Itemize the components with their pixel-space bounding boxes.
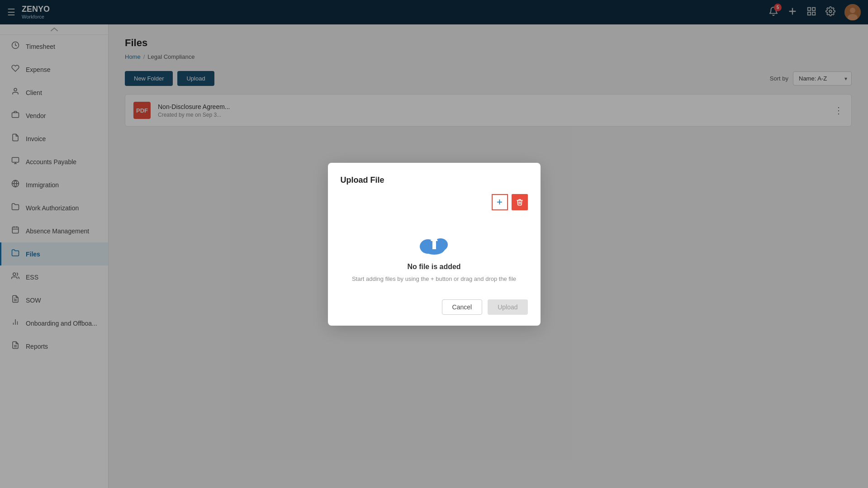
upload-cloud-icon [418,229,451,256]
modal-overlay: Upload File + No file is added Start add… [0,0,868,488]
upload-modal: Upload File + No file is added Start add… [328,163,541,326]
delete-file-button[interactable] [512,194,528,210]
upload-hint: Start adding files by using the + button… [352,275,516,282]
modal-upload-button[interactable]: Upload [488,299,527,315]
add-file-button[interactable]: + [492,194,508,210]
modal-footer: Cancel Upload [341,299,528,315]
upload-drop-area[interactable]: No file is added Start adding files by u… [341,216,528,296]
modal-title: Upload File [341,175,528,185]
modal-cancel-button[interactable]: Cancel [442,299,483,315]
upload-empty-text: No file is added [407,263,460,271]
